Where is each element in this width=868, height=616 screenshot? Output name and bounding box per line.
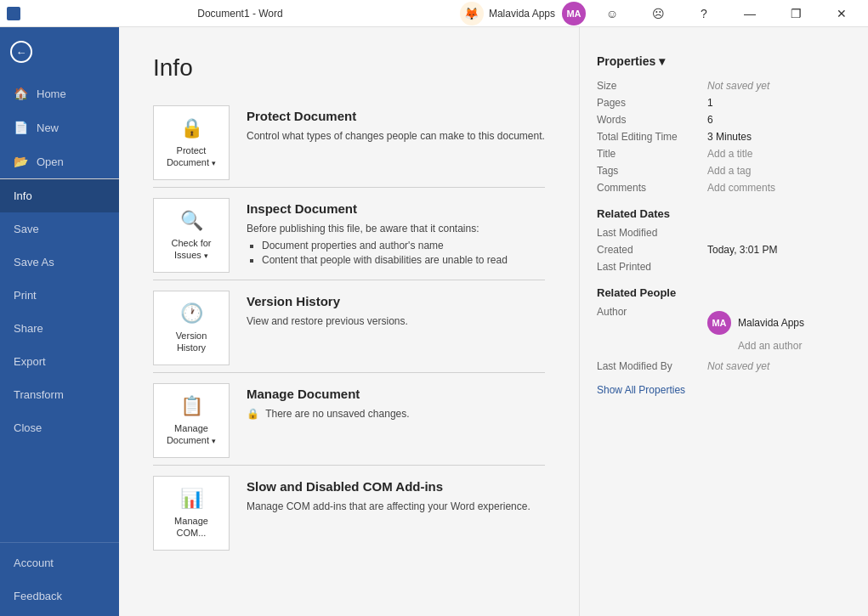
show-all-properties-button[interactable]: Show All Properties: [597, 384, 685, 396]
version-history-content: Version History View and restore previou…: [247, 291, 545, 329]
frown-btn[interactable]: ☹: [638, 0, 678, 27]
prop-pages: Pages 1: [597, 97, 851, 109]
restore-btn[interactable]: ❐: [776, 0, 815, 27]
info-panel: Info 🔒 ProtectDocument ▾ Protect Documen…: [119, 27, 579, 616]
comments-value[interactable]: Add comments: [707, 182, 851, 194]
smiley-btn[interactable]: ☺: [593, 0, 632, 27]
content-area: Info 🔒 ProtectDocument ▾ Protect Documen…: [119, 27, 868, 616]
inspect-document-desc: Before publishing this file, be aware th…: [247, 221, 545, 236]
list-item: Content that people with disabilities ar…: [262, 254, 545, 266]
inspect-document-button[interactable]: 🔍 Check forIssues ▾: [153, 198, 230, 273]
title-label: Title: [597, 148, 707, 160]
inspect-document-card: 🔍 Check forIssues ▾ Inspect Document Bef…: [153, 198, 545, 273]
author-label: Author: [597, 306, 707, 352]
manage-document-content: Manage Document 🔒 There are no unsaved c…: [247, 383, 545, 421]
close-btn[interactable]: ✕: [822, 0, 861, 27]
sidebar-item-close[interactable]: Close: [0, 411, 119, 444]
manage-document-title: Manage Document: [247, 387, 545, 401]
last-modified-value: [707, 227, 851, 239]
protect-document-content: Protect Document Control what types of c…: [247, 105, 545, 144]
manage-document-label: ManageDocument ▾: [167, 422, 216, 447]
minimize-btn[interactable]: —: [730, 0, 769, 27]
version-history-desc: View and restore previous versions.: [247, 314, 545, 329]
list-item: Document properties and author's name: [262, 240, 545, 251]
sidebar-item-export[interactable]: Export: [0, 345, 119, 378]
titlebar-title: Document1 - Word: [197, 8, 282, 20]
prop-last-modified: Last Modified: [597, 227, 851, 239]
prop-comments: Comments Add comments: [597, 182, 851, 194]
prop-title: Title Add a title: [597, 148, 851, 160]
version-history-label: VersionHistory: [176, 330, 207, 354]
sidebar-item-home[interactable]: 🏠 Home: [0, 76, 119, 110]
sidebar-item-print[interactable]: Print: [0, 279, 119, 312]
protect-document-button[interactable]: 🔒 ProtectDocument ▾: [153, 105, 230, 180]
editing-time-value: 3 Minutes: [707, 131, 851, 143]
sidebar-item-open[interactable]: 📂 Open: [0, 144, 119, 178]
addins-button[interactable]: 📊 ManageCOM...: [153, 476, 230, 551]
addins-card: 📊 ManageCOM... Slow and Disabled COM Add…: [153, 476, 545, 551]
last-printed-label: Last Printed: [597, 261, 707, 273]
new-doc-icon: 📄: [14, 121, 28, 134]
last-printed-value: [707, 261, 851, 273]
words-value: 6: [707, 114, 851, 126]
sidebar-item-transform[interactable]: Transform: [0, 378, 119, 411]
version-history-button[interactable]: 🕐 VersionHistory: [153, 291, 230, 365]
addins-title: Slow and Disabled COM Add-ins: [247, 479, 545, 494]
prop-words: Words 6: [597, 114, 851, 126]
addon-icon: 📊: [180, 488, 203, 510]
inspect-document-label: Check forIssues ▾: [171, 237, 211, 262]
titlebar-left: [7, 7, 20, 20]
inspect-icon: 🔍: [180, 210, 203, 232]
pages-value: 1: [707, 97, 851, 109]
created-label: Created: [597, 244, 707, 256]
titlebar-right-area: 🦊 Malavida Apps MA ☺ ☹ ? — ❐ ✕: [460, 0, 861, 27]
addins-content: Slow and Disabled COM Add-ins Manage COM…: [247, 476, 545, 514]
comments-label: Comments: [597, 182, 707, 194]
last-modified-by-value: Not saved yet: [707, 360, 851, 372]
apps-area: 🦊 Malavida Apps: [460, 2, 555, 25]
small-lock-icon: 🔒: [247, 408, 259, 420]
manage-document-button[interactable]: 📋 ManageDocument ▾: [153, 383, 230, 458]
tags-label: Tags: [597, 165, 707, 177]
prop-tags: Tags Add a tag: [597, 165, 851, 177]
sidebar-item-info[interactable]: Info: [0, 179, 119, 212]
prop-size: Size Not saved yet: [597, 80, 851, 92]
sidebar-item-save[interactable]: Save: [0, 212, 119, 246]
author-row: MA Malavida Apps: [707, 311, 804, 335]
help-btn[interactable]: ?: [684, 0, 723, 27]
manage-document-card: 📋 ManageDocument ▾ Manage Document 🔒 The…: [153, 383, 545, 458]
sidebar-item-new[interactable]: 📄 New: [0, 110, 119, 144]
lock-icon: 🔒: [180, 117, 203, 139]
title-value[interactable]: Add a title: [707, 148, 851, 160]
author-info: MA Malavida Apps Add an author: [707, 306, 804, 352]
sidebar-item-feedback[interactable]: Feedback: [0, 579, 119, 613]
sidebar-item-share[interactable]: Share: [0, 312, 119, 345]
created-value: Today, 3:01 PM: [707, 244, 851, 256]
back-button[interactable]: ←: [0, 27, 119, 76]
titlebar-avatar[interactable]: MA: [562, 2, 586, 25]
protect-document-desc: Control what types of changes people can…: [247, 128, 545, 144]
properties-fields: Size Not saved yet Pages 1 Words 6 Total…: [597, 80, 851, 194]
addins-label: ManageCOM...: [174, 515, 208, 540]
properties-header[interactable]: Properties ▾: [597, 54, 851, 68]
words-label: Words: [597, 114, 707, 126]
author-avatar: MA: [707, 311, 731, 335]
inspect-document-content: Inspect Document Before publishing this …: [247, 198, 545, 268]
properties-panel: Properties ▾ Size Not saved yet Pages 1 …: [579, 27, 868, 616]
editing-time-label: Total Editing Time: [597, 131, 707, 143]
inspect-document-list: Document properties and author's name Co…: [247, 240, 545, 266]
open-folder-icon: 📂: [14, 155, 28, 168]
titlebar: Document1 - Word 🦊 Malavida Apps MA ☺ ☹ …: [0, 0, 868, 27]
main-layout: ← 🏠 Home 📄 New 📂 Open Info Save Save As …: [0, 27, 868, 616]
page-title: Info: [153, 54, 545, 82]
pages-label: Pages: [597, 97, 707, 109]
sidebar-item-save-as[interactable]: Save As: [0, 246, 119, 279]
sidebar-item-account[interactable]: Account: [0, 546, 119, 579]
tags-value[interactable]: Add a tag: [707, 165, 851, 177]
sidebar: ← 🏠 Home 📄 New 📂 Open Info Save Save As …: [0, 27, 119, 616]
manage-document-desc: 🔒 There are no unsaved changes.: [247, 406, 545, 421]
version-history-title: Version History: [247, 294, 545, 308]
prop-last-modified-by: Last Modified By Not saved yet: [597, 360, 851, 372]
prop-author: Author MA Malavida Apps Add an author: [597, 306, 851, 352]
add-author-button[interactable]: Add an author: [738, 340, 804, 352]
